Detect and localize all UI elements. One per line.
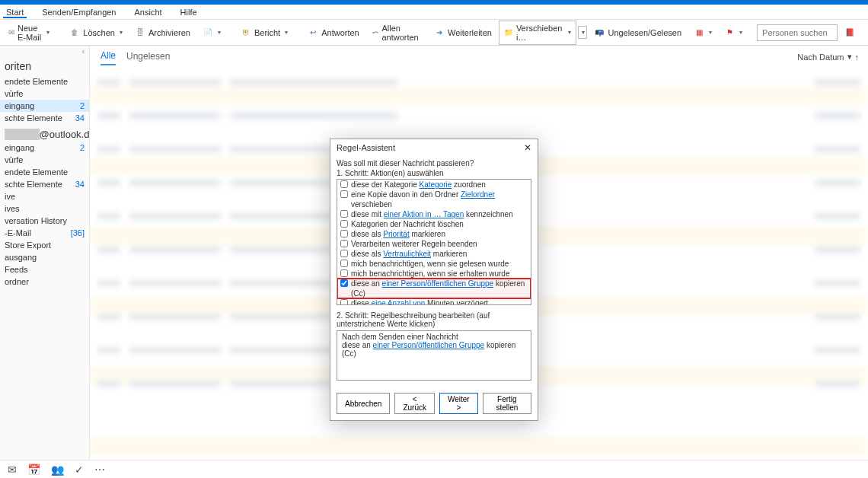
favorites-header[interactable]: oriten bbox=[0, 57, 89, 75]
sidebar-item[interactable]: ausgang bbox=[0, 251, 89, 263]
action-label: eine Kopie davon in den Ordner Zielordne… bbox=[351, 190, 528, 209]
forward-button[interactable]: ➜ Weiterleiten bbox=[429, 24, 497, 41]
action-checkbox[interactable] bbox=[340, 269, 348, 277]
sidebar-item[interactable]: schte Elemente34 bbox=[0, 112, 89, 124]
action-checkbox[interactable] bbox=[340, 260, 348, 267]
move-to-more[interactable] bbox=[578, 26, 587, 39]
reply-all-button[interactable]: ⤺ Allen antworten bbox=[366, 21, 427, 45]
rule-description-box[interactable]: Nach dem Senden einer Nachricht diese an… bbox=[337, 330, 531, 381]
sidebar-item[interactable]: Feeds bbox=[0, 263, 89, 276]
sidebar-item[interactable]: vürfe bbox=[0, 154, 89, 166]
new-mail-button[interactable]: ✉ Neue E-Mail bbox=[3, 21, 55, 45]
sidebar-item-label: schte Elemente bbox=[5, 113, 62, 123]
sidebar-item-label: ives bbox=[5, 204, 20, 213]
action-checkbox[interactable] bbox=[340, 299, 348, 305]
archive-button[interactable]: 🗄 Archivieren bbox=[129, 24, 196, 41]
sidebar-collapse[interactable]: ‹ bbox=[0, 46, 89, 57]
sidebar-item[interactable]: ordner bbox=[0, 276, 89, 288]
action-link[interactable]: Vertraulichkeit bbox=[383, 250, 431, 258]
menu-start[interactable]: Start bbox=[3, 6, 27, 18]
tab-all[interactable]: Alle bbox=[101, 50, 116, 65]
action-row[interactable]: eine Kopie davon in den Ordner Zielordne… bbox=[337, 190, 531, 209]
action-checkbox[interactable] bbox=[340, 180, 348, 188]
sidebar-item[interactable]: eingang2 bbox=[0, 100, 89, 112]
actions-listbox[interactable]: diese der Kategorie Kategorie zuordnenei… bbox=[337, 179, 531, 305]
cancel-button[interactable]: Abbrechen bbox=[337, 393, 390, 414]
desc-link[interactable]: einer Person/öffentlichen Gruppe bbox=[373, 341, 485, 349]
people-search-input[interactable] bbox=[757, 24, 838, 41]
action-link[interactable]: Kategorie bbox=[420, 180, 452, 189]
sidebar-item-count: 34 bbox=[75, 180, 85, 189]
more-nav-icon[interactable]: ⋯ bbox=[94, 464, 105, 476]
action-checkbox[interactable] bbox=[340, 230, 348, 237]
dialog-close-button[interactable]: ✕ bbox=[524, 142, 531, 153]
delete-button[interactable]: 🗑 Löschen bbox=[64, 24, 128, 41]
action-link[interactable]: eine Anzahl von bbox=[372, 299, 426, 305]
sidebar-item[interactable]: ives bbox=[0, 202, 89, 215]
action-label: mich benachrichtigen, wenn sie erhalten … bbox=[351, 269, 528, 279]
move-to-label: Verschieben i… bbox=[516, 24, 564, 42]
step2-label: 2. Schritt: Regelbeschreibung bearbeiten… bbox=[337, 311, 531, 328]
sidebar-item[interactable]: endete Elemente bbox=[0, 166, 89, 178]
finish-button[interactable]: Fertig stellen bbox=[483, 393, 531, 414]
action-row[interactable]: diese als Vertraulichkeit markieren bbox=[337, 249, 531, 259]
next-button[interactable]: Weiter > bbox=[439, 393, 478, 414]
read-unread-button[interactable]: 📭 Ungelesen/Gelesen bbox=[589, 24, 687, 41]
sidebar-item[interactable]: endete Elemente bbox=[0, 75, 89, 88]
sidebar-item[interactable]: schte Elemente34 bbox=[0, 178, 89, 190]
sidebar-item-count: 34 bbox=[75, 113, 85, 123]
tasks-nav-icon[interactable]: ✓ bbox=[75, 464, 84, 476]
mail-nav-icon[interactable]: ✉ bbox=[8, 464, 17, 476]
menu-help[interactable]: Hilfe bbox=[177, 6, 200, 18]
move-quick-button[interactable]: 📄 bbox=[197, 24, 226, 41]
action-link[interactable]: Priorität bbox=[383, 230, 409, 238]
back-button[interactable]: < Zurück bbox=[394, 393, 435, 414]
sidebar-item-label: Store Export bbox=[5, 241, 51, 250]
action-row[interactable]: diese an einer Person/öffentlichen Grupp… bbox=[337, 279, 531, 298]
action-row[interactable]: Kategorien der Nachricht löschen bbox=[337, 219, 531, 229]
action-row[interactable]: diese der Kategorie Kategorie zuordnen bbox=[337, 180, 531, 190]
action-checkbox[interactable] bbox=[340, 240, 348, 247]
action-link[interactable]: einer Aktion in … Tagen bbox=[384, 210, 464, 218]
action-row[interactable]: diese mit einer Aktion in … Tagen kennze… bbox=[337, 209, 531, 219]
action-label: diese der Kategorie Kategorie zuordnen bbox=[351, 180, 528, 190]
menu-send[interactable]: Senden/Empfangen bbox=[39, 6, 119, 18]
sidebar-item[interactable]: -E-Mail[36] bbox=[0, 227, 89, 239]
sort-by-button[interactable]: Nach Datum ▾ ↑ bbox=[797, 52, 859, 62]
report-button[interactable]: ⛨ Bericht bbox=[235, 24, 293, 41]
action-link[interactable]: einer Person/öffentlichen Gruppe bbox=[382, 279, 494, 288]
action-row[interactable]: diese eine Anzahl von Minuten verzögert … bbox=[337, 298, 531, 305]
action-checkbox[interactable] bbox=[340, 250, 348, 257]
people-nav-icon[interactable]: 👥 bbox=[51, 464, 64, 476]
sidebar-item-label: endete Elemente bbox=[5, 167, 68, 177]
sidebar-item[interactable]: versation History bbox=[0, 215, 89, 227]
action-row[interactable]: diese als Priorität markieren bbox=[337, 229, 531, 239]
categories-button[interactable]: ▦ bbox=[688, 24, 717, 41]
action-checkbox[interactable] bbox=[340, 279, 348, 287]
action-checkbox[interactable] bbox=[340, 210, 348, 218]
move-to-button[interactable]: 📁 Verschieben i… bbox=[499, 21, 577, 45]
action-row[interactable]: mich benachrichtigen, wenn sie gelesen w… bbox=[337, 259, 531, 269]
action-row[interactable]: Verarbeiten weiterer Regeln beenden bbox=[337, 239, 531, 249]
action-checkbox[interactable] bbox=[340, 190, 348, 198]
sidebar-item[interactable]: vürfe bbox=[0, 88, 89, 100]
action-label: Verarbeiten weiterer Regeln beenden bbox=[351, 239, 528, 249]
action-link[interactable]: Zielordner bbox=[461, 190, 495, 199]
chevron-down-icon: ▾ bbox=[847, 52, 852, 62]
email-filter-button[interactable]: ∇ bbox=[862, 24, 868, 41]
archive-label: Archivieren bbox=[148, 28, 190, 37]
menu-view[interactable]: Ansicht bbox=[131, 6, 164, 18]
account-header[interactable]: xxxxxxx@outlook.de bbox=[0, 124, 89, 142]
sidebar-item[interactable]: eingang2 bbox=[0, 142, 89, 154]
action-checkbox[interactable] bbox=[340, 220, 348, 228]
action-row[interactable]: mich benachrichtigen, wenn sie erhalten … bbox=[337, 269, 531, 279]
flag-button[interactable]: ⚑ bbox=[719, 24, 748, 41]
address-book-button[interactable]: 📕 bbox=[839, 24, 860, 41]
sidebar-item[interactable]: Store Export bbox=[0, 239, 89, 251]
sidebar-item[interactable]: ive bbox=[0, 190, 89, 202]
calendar-nav-icon[interactable]: 📅 bbox=[27, 464, 40, 476]
tab-unread[interactable]: Ungelesen bbox=[126, 51, 170, 65]
desc-line2: diese an einer Person/öffentlichen Grupp… bbox=[342, 341, 526, 358]
menubar: Start Senden/Empfangen Ansicht Hilfe bbox=[0, 5, 868, 20]
reply-button[interactable]: ↩ Antworten bbox=[302, 24, 365, 41]
